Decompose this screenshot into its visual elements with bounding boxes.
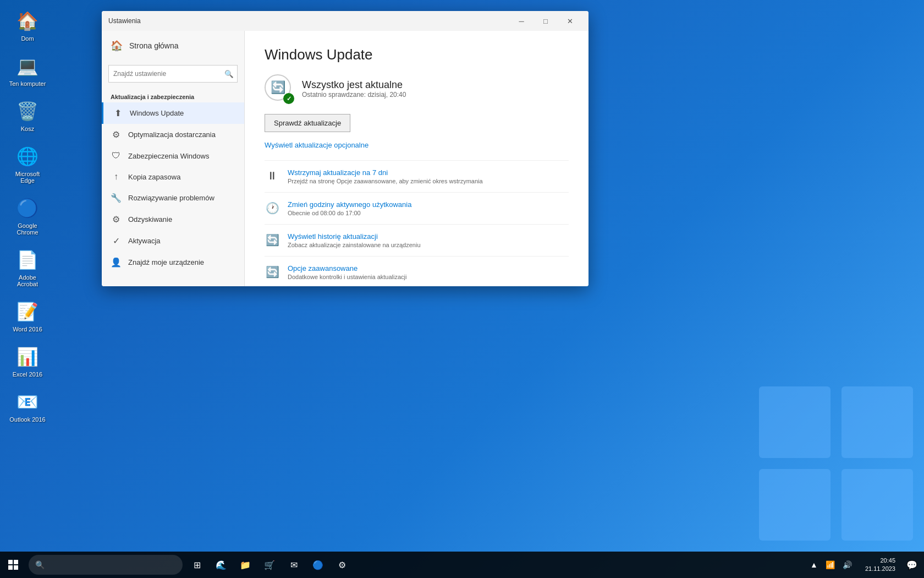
network-icon[interactable]: 📶: [823, 558, 837, 571]
status-title: Wszystko jest aktualne: [302, 79, 406, 91]
odzyskiwanie-sidebar-label: Odzyskiwanie: [128, 215, 172, 223]
windows-update-sidebar-icon: ⬆: [112, 108, 123, 118]
opcje-zaawansowane-title[interactable]: Opcje zaawansowane: [288, 264, 406, 272]
wstrzymaj-title[interactable]: Wstrzymaj aktualizacje na 7 dni: [288, 168, 483, 177]
sidebar-search-button[interactable]: 🔍: [221, 66, 237, 82]
system-tray: ▲ 📶 🔊: [801, 558, 861, 571]
sidebar-search-input[interactable]: [109, 67, 221, 81]
update-status-card: 🔄 ✓ Wszystko jest aktualne Ostatnio spra…: [265, 74, 569, 103]
sidebar-item-zabezpieczenia[interactable]: 🛡 Zabezpieczenia Windows: [102, 145, 244, 166]
google-chrome-icon: 🔵: [15, 196, 40, 220]
task-view-icon: ⊞: [194, 560, 201, 570]
sidebar-item-optymalizacja[interactable]: ⚙ Optymalizacja dostarczania: [102, 124, 244, 145]
optional-updates-link[interactable]: Wyświetl aktualizacje opcjonalne: [265, 141, 569, 149]
desktop-icon-dom[interactable]: 🏠 Dom: [6, 6, 50, 45]
maximize-button[interactable]: □: [534, 13, 558, 29]
explorer-taskbar-button[interactable]: 📁: [233, 553, 257, 577]
desktop-icons-column: 🏠 Dom 💻 Ten komputer 🗑️ Kosz 🌐 Microsoft…: [6, 6, 50, 426]
znajdz-sidebar-label: Znajdź moje urządzenie: [128, 258, 204, 266]
store-icon: 🛒: [264, 560, 275, 570]
task-view-button[interactable]: ⊞: [185, 553, 209, 577]
kosz-icon: 🗑️: [15, 99, 40, 123]
ten-komputer-label: Ten komputer: [9, 80, 46, 87]
wstrzymaj-desc: Przejdź na stronę Opcje zaawansowane, ab…: [288, 178, 483, 184]
aktywacja-sidebar-label: Aktywacja: [128, 237, 161, 245]
outlook-2016-label: Outlook 2016: [9, 416, 45, 423]
settings-icon: ⚙: [338, 560, 346, 570]
excel-2016-label: Excel 2016: [13, 371, 42, 378]
optymalizacja-sidebar-icon: ⚙: [111, 129, 122, 140]
sidebar-item-znajdz[interactable]: 👤 Znajdź moje urządzenie: [102, 252, 244, 273]
check-updates-button[interactable]: Sprawdź aktualizacje: [265, 114, 350, 132]
word-2016-label: Word 2016: [13, 326, 42, 332]
taskbar-search-bar[interactable]: 🔍: [29, 555, 183, 575]
godziny-title[interactable]: Zmień godziny aktywnego użytkowania: [288, 200, 411, 209]
desktop-icon-word-2016[interactable]: 📝 Word 2016: [6, 296, 50, 336]
start-button[interactable]: [0, 552, 26, 578]
chrome-icon: 🔵: [312, 560, 323, 570]
minimize-button[interactable]: ─: [509, 13, 534, 29]
home-icon: 🏠: [111, 40, 123, 52]
svg-rect-6: [8, 565, 13, 570]
historia-title[interactable]: Wyświetl historię aktualizacji: [288, 232, 421, 241]
aktywacja-sidebar-icon: ✓: [111, 236, 122, 246]
sidebar-items-list: ⬆ Windows Update ⚙ Optymalizacja dostarc…: [102, 102, 244, 273]
volume-icon[interactable]: 🔊: [840, 558, 854, 571]
sidebar-item-aktywacja[interactable]: ✓ Aktywacja: [102, 230, 244, 252]
zabezpieczenia-sidebar-label: Zabezpieczenia Windows: [128, 152, 209, 160]
sidebar-home-button[interactable]: 🏠 Strona główna: [102, 31, 244, 61]
edge-taskbar-button[interactable]: 🌊: [209, 553, 233, 577]
sidebar-item-odzyskiwanie[interactable]: ⚙ Odzyskiwanie: [102, 209, 244, 230]
godziny-icon: 🕐: [265, 201, 280, 215]
notification-button[interactable]: 💬: [900, 553, 924, 577]
sidebar-search-box[interactable]: 🔍: [108, 65, 238, 83]
mail-taskbar-button[interactable]: ✉: [282, 553, 306, 577]
update-option-godziny[interactable]: 🕐 Zmień godziny aktywnego użytkowania Ob…: [265, 192, 569, 224]
svg-rect-3: [842, 469, 913, 541]
chrome-taskbar-button[interactable]: 🔵: [306, 553, 330, 577]
svg-rect-5: [14, 560, 18, 564]
search-icon: 🔍: [224, 70, 234, 78]
sidebar-item-rozwiazywanie[interactable]: 🔧 Rozwiązywanie problemów: [102, 187, 244, 209]
historia-desc: Zobacz aktualizacje zainstalowane na urz…: [288, 242, 421, 248]
desktop-icon-microsoft-edge[interactable]: 🌐 Microsoft Edge: [6, 141, 50, 187]
window-titlebar: Ustawienia ─ □ ✕: [102, 11, 588, 31]
store-taskbar-button[interactable]: 🛒: [257, 553, 282, 577]
sidebar-item-kopia-zapasowa[interactable]: ↑ Kopia zapasowa: [102, 166, 244, 187]
odzyskiwanie-sidebar-icon: ⚙: [111, 214, 122, 225]
desktop-icon-ten-komputer[interactable]: 💻 Ten komputer: [6, 51, 50, 90]
godziny-text: Zmień godziny aktywnego użytkowania Obec…: [288, 200, 411, 216]
desktop-icon-adobe-acrobat[interactable]: 📄 Adobe Acrobat: [6, 244, 50, 291]
excel-2016-icon: 📊: [15, 345, 40, 369]
notification-icon: 💬: [906, 560, 917, 570]
desktop-icon-outlook-2016[interactable]: 📧 Outlook 2016: [6, 386, 50, 426]
update-option-wstrzymaj[interactable]: ⏸ Wstrzymaj aktualizacje na 7 dni Przejd…: [265, 160, 569, 192]
settings-taskbar-button[interactable]: ⚙: [330, 553, 354, 577]
update-options-list: ⏸ Wstrzymaj aktualizacje na 7 dni Przejd…: [265, 160, 569, 286]
opcje-zaawansowane-icon: 🔄: [265, 265, 280, 279]
status-subtitle: Ostatnio sprawdzane: dzisiaj, 20:40: [302, 91, 406, 99]
sidebar-item-windows-update[interactable]: ⬆ Windows Update: [102, 102, 244, 124]
close-button[interactable]: ✕: [558, 13, 582, 29]
tray-arrow-icon[interactable]: ▲: [808, 558, 820, 571]
dom-label: Dom: [21, 35, 34, 42]
wstrzymaj-text: Wstrzymaj aktualizacje na 7 dni Przejdź …: [288, 168, 483, 184]
desktop-icon-kosz[interactable]: 🗑️ Kosz: [6, 96, 50, 135]
rozwiazywanie-sidebar-label: Rozwiązywanie problemów: [128, 194, 215, 202]
svg-rect-2: [759, 469, 831, 541]
windows-logo-decoration: [748, 375, 924, 552]
adobe-acrobat-label: Adobe Acrobat: [9, 274, 46, 287]
google-chrome-label: Google Chrome: [9, 222, 46, 236]
znajdz-sidebar-icon: 👤: [111, 257, 122, 268]
desktop-icon-google-chrome[interactable]: 🔵 Google Chrome: [6, 193, 50, 239]
update-option-historia[interactable]: 🔄 Wyświetl historię aktualizacji Zobacz …: [265, 224, 569, 256]
update-option-opcje-zaawansowane[interactable]: 🔄 Opcje zaawansowane Dodatkowe kontrolki…: [265, 256, 569, 286]
historia-icon: 🔄: [265, 233, 280, 247]
svg-rect-0: [759, 386, 831, 458]
system-clock[interactable]: 20:45 21.11.2023: [861, 557, 900, 574]
clock-date: 21.11.2023: [865, 565, 895, 573]
desktop: 🏠 Dom 💻 Ten komputer 🗑️ Kosz 🌐 Microsoft…: [0, 0, 924, 578]
desktop-icon-excel-2016[interactable]: 📊 Excel 2016: [6, 341, 50, 381]
microsoft-edge-label: Microsoft Edge: [9, 171, 46, 184]
windows-update-sidebar-label: Windows Update: [130, 109, 184, 117]
